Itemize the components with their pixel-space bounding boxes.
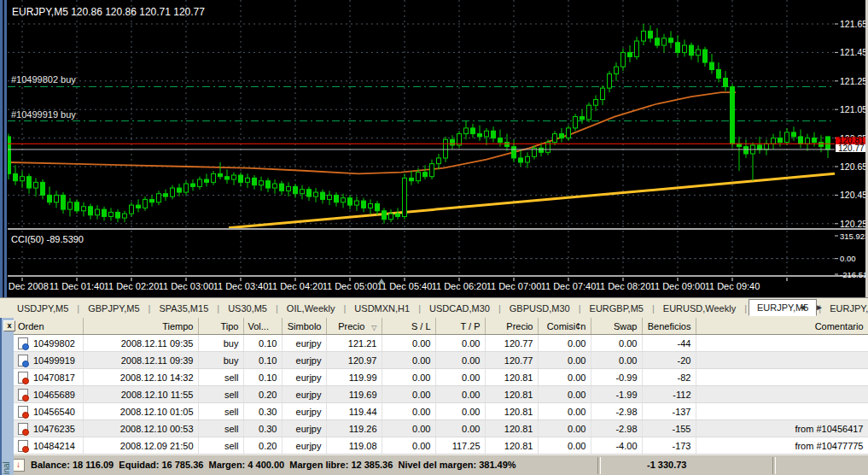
tabs-scroll-right-icon[interactable]: ► <box>815 302 824 312</box>
header-vol[interactable]: Vol... <box>243 318 282 335</box>
header-sl[interactable]: S / L <box>382 318 435 335</box>
candle-body <box>662 38 667 45</box>
chart-tab-gbpjpy-m5[interactable]: GBPJPY,M5 <box>81 302 146 315</box>
time-axis-label: 11 Dec 08:20 <box>596 281 651 291</box>
order-cell-tipo: sell <box>198 420 243 437</box>
order-cell-precio2: 120.77 <box>485 335 538 352</box>
order-row-10499919[interactable]: 104999192008.12.11 09:39buy0.10eurjpy120… <box>14 352 868 369</box>
time-axis-label: 11 Dec 09:00 <box>650 281 706 291</box>
chart-tab-spa35-m15[interactable]: SPA35,M15 <box>152 302 215 315</box>
candle-body <box>137 205 141 208</box>
candle-body <box>819 143 824 147</box>
order-cell-tiempo: 2008.12.10 11:55 <box>83 386 198 403</box>
order-row-10476235[interactable]: 104762352008.12.10 00:53sell0.30eurjpy11… <box>14 420 868 437</box>
candle-body <box>410 178 414 180</box>
chart-tab-us30-m5[interactable]: US30,M5 <box>221 302 274 315</box>
header-comision[interactable]: Comisi¢n <box>538 318 591 335</box>
candle-body <box>369 203 373 208</box>
tabs-scroll-left-icon[interactable]: ◄ <box>798 302 807 312</box>
chart-tab-eurgbp-m5[interactable]: EURGBP,M5 <box>583 302 650 315</box>
header-tp[interactable]: T / P <box>435 318 485 335</box>
order-cell-swap: -0.99 <box>591 369 642 386</box>
candle-body <box>744 147 749 154</box>
statusbar-divider <box>772 457 776 474</box>
header-comentario[interactable]: Comentario <box>696 318 868 335</box>
order-row-10456540[interactable]: 104565402008.12.10 01:05sell0.30eurjpy11… <box>14 403 868 420</box>
order-sell-icon <box>18 389 28 401</box>
order-cell-simbolo: eurjpy <box>282 335 326 352</box>
order-cell-tipo: sell <box>198 369 243 386</box>
order-cell-tipo: sell <box>198 403 243 420</box>
candle-body <box>116 212 120 218</box>
order-row-10484214[interactable]: 104842142008.12.09 21:50sell0.20eurjpy11… <box>14 437 868 454</box>
price-chart[interactable]: 121.65121.45121.25121.05120.85120.65120.… <box>0 0 868 297</box>
order-cell-comentario <box>696 335 868 352</box>
cci-axis-label: -216.512 <box>840 270 868 279</box>
header-precio-apertura[interactable]: Precio▽ <box>326 318 382 335</box>
order-cell-swap: -2.98 <box>591 420 642 437</box>
order-row-10470817[interactable]: 104708172008.12.10 14:32sell0.10eurjpy11… <box>14 369 868 386</box>
order-cell-comentario: from #10477775 <box>696 437 868 454</box>
order-cell-simbolo: eurjpy <box>282 420 326 437</box>
time-axis-label: 11 Dec 05:40 <box>377 281 433 291</box>
candle-body <box>184 184 189 192</box>
candle-body <box>430 164 434 177</box>
connection-status-icon: ↓ <box>12 459 25 472</box>
header-precio-actual[interactable]: Precio <box>485 318 538 335</box>
chart-tab-gbpusd-m30[interactable]: GBPUSD,M30 <box>503 302 577 315</box>
open-order-label: #10499919 buy <box>11 109 76 120</box>
candle-body <box>307 190 312 196</box>
header-swap[interactable]: Swap <box>591 318 642 335</box>
chart-tab-oil-weekly[interactable]: OIL,Weekly <box>280 302 342 315</box>
order-cell-swap: -1.99 <box>591 386 642 403</box>
chart-tab-usdcad-m30[interactable]: USDCAD,M30 <box>422 302 497 315</box>
tab-separator: | <box>498 303 501 314</box>
price-axis-label: 121.65 <box>840 19 867 29</box>
header-tipo[interactable]: Tipo <box>198 318 243 335</box>
candle-body <box>696 50 701 56</box>
candle-body <box>512 147 516 158</box>
order-cell-sl: 0.00 <box>382 352 435 369</box>
order-cell-tp: 0.00 <box>435 386 485 403</box>
pane-separator <box>0 228 865 230</box>
terminal-vertical-tab[interactable]: Terminal <box>2 461 11 475</box>
candle-body <box>587 105 591 120</box>
candle-body <box>417 173 421 181</box>
time-axis-label: 11 Dec 01:40 <box>50 281 105 291</box>
orders-table: Orden Tiempo Tipo Vol... Simbolo Precio▽… <box>14 318 868 454</box>
chart-tab-usdmxn-h1[interactable]: USDMXN,H1 <box>347 302 417 315</box>
chart-tab-eurusd-weekly[interactable]: EURUSD,Weekly <box>656 302 743 315</box>
chart-tab-usdjpy-m5[interactable]: USDJPY,M5 <box>10 302 75 315</box>
terminal-close-button[interactable]: x <box>3 320 15 331</box>
floating-profit-text: -1 330.73 <box>647 460 686 470</box>
chart-tab-eurjpy-m1[interactable]: EURJPY,M1 <box>823 302 868 315</box>
window-left-edge <box>0 0 8 297</box>
header-orden[interactable]: Orden <box>14 318 83 335</box>
order-cell-tipo: sell <box>198 437 243 454</box>
order-cell-orden: 10470817 <box>14 369 83 386</box>
chart-window[interactable]: 121.65121.45121.25121.05120.85120.65120.… <box>0 0 868 297</box>
candle-body <box>703 50 708 62</box>
order-cell-beneficios: -44 <box>642 335 696 352</box>
cci-axis-label: 315.9235 <box>840 232 868 241</box>
candle-body <box>669 38 673 43</box>
candle-body <box>785 132 789 143</box>
header-beneficios[interactable]: Beneficios <box>642 318 696 335</box>
order-row-10499802[interactable]: 104998022008.12.11 09:35buy0.10eurjpy121… <box>14 335 868 352</box>
candle-body <box>539 148 544 152</box>
header-tiempo[interactable]: Tiempo <box>83 318 198 335</box>
order-cell-tiempo: 2008.12.10 00:53 <box>83 420 198 437</box>
order-cell-sl: 0.00 <box>382 437 435 454</box>
candle-body <box>232 175 236 179</box>
orders-header-row: Orden Tiempo Tipo Vol... Simbolo Precio▽… <box>14 318 868 335</box>
order-cell-comentario <box>696 386 868 403</box>
candle-body <box>498 138 503 143</box>
order-row-10465689[interactable]: 104656892008.12.10 11:55sell0.20eurjpy11… <box>14 386 868 403</box>
header-simbolo[interactable]: Simbolo <box>282 318 326 335</box>
order-cell-tp: 117.25 <box>435 437 485 454</box>
ask-price-badge-text: 120.77 <box>838 144 865 153</box>
statusbar-divider <box>597 457 601 474</box>
candle-body <box>61 195 66 209</box>
candle-body <box>225 177 230 179</box>
order-cell-tipo: buy <box>198 352 243 369</box>
